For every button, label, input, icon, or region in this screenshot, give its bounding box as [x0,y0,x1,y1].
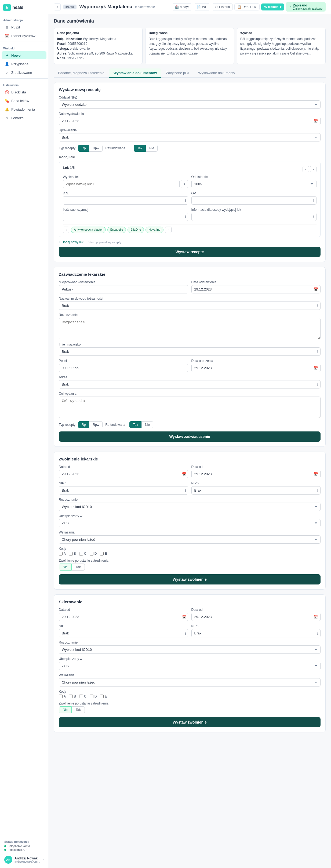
zw-nip2-input[interactable] [191,486,321,495]
sidebar-item-lekarze[interactable]: ⚕ Lekarze [2,114,47,122]
zw-rozpoznanie-select[interactable]: Wybierz kod ICD10 [59,503,321,511]
sk-nip1-input[interactable] [59,629,188,638]
sidebar-item-zrealizowane[interactable]: ✓ Zrealizowane [2,68,47,76]
sk-data-od-input[interactable] [59,613,188,621]
tab-wystawianie[interactable]: Wystawianie dokumentów [109,68,161,78]
tab-zalaczone[interactable]: Załączone pliki [161,68,193,78]
sk-nip2-input[interactable] [191,629,321,638]
sk-ustanie-nie-btn[interactable]: Nie [59,706,72,713]
sidebar-item-planer[interactable]: 📅 Planer dyżurów [2,32,47,40]
miejscowosc-input[interactable] [59,285,188,293]
sk-wskazania-select[interactable]: Chory powinien leżeć [59,678,321,686]
zw-kod-c[interactable]: C [79,552,86,556]
informacja-input[interactable] [191,213,317,221]
use-template-btn[interactable]: Skup poprzednią receptę [89,241,121,244]
nazwa-input[interactable] [59,302,321,310]
zw-kod-a[interactable]: A [59,552,66,556]
odplatnosc-select[interactable]: 100% [191,180,317,188]
sidebar-item-label: Blacklista [11,90,26,94]
refund-zas-tak-btn[interactable]: Tak [129,421,142,428]
grid-icon: ⊞ [5,25,9,29]
data-wystawienia-input[interactable] [59,117,321,125]
sidebar-item-pulpit[interactable]: ⊞ Pulpit [2,23,47,31]
drug-tag-2[interactable]: EllaOne [127,226,144,233]
zw-nip-row: NIP 1 ℹ NIP 2 ℹ [59,482,321,495]
zw-ubezpieczony-select[interactable]: ZUS [59,519,321,527]
zas-data-input[interactable] [191,285,321,293]
refund-tak-btn[interactable]: Tak [134,145,146,152]
sk-kod-b[interactable]: B [69,694,76,698]
typ-zas-rp-btn[interactable]: Rp [78,421,89,428]
pesel-zas-input[interactable] [59,364,188,372]
zw-data-do-group: Data od 📅 [191,465,321,478]
wybierz-lek-label: Wybierz lek [63,175,188,179]
drug-next-btn[interactable]: › [310,166,317,173]
drug-tag-0[interactable]: Antykoncepcja plaster [71,226,106,233]
sk-ustanie-tak-btn[interactable]: Tak [72,706,85,713]
typ-zas-rpw-btn[interactable]: Rpw [89,421,102,428]
sidebar-item-przypisane[interactable]: 👤 Przypisane [2,60,47,68]
drug-tag-1[interactable]: Escapelle [108,226,126,233]
sk-kod-a[interactable]: A [59,694,66,698]
sidebar-item-baza-lekow[interactable]: 💊 Baza leków [2,97,47,105]
zw-data-do-input[interactable] [191,470,321,478]
drug-prev-btn[interactable]: ‹ [303,166,309,173]
uprawnienia-select[interactable]: Brak [59,133,321,142]
zas-data-label: Data wystawienia [191,280,321,284]
refund-zas-nie-btn[interactable]: Nie [142,421,153,428]
add-new-lek-btn[interactable]: + Dodaj nowy lek [59,240,84,244]
typ-rp-btn[interactable]: Rp [78,145,89,152]
adres-zas-input[interactable] [59,380,321,389]
ilosc-input[interactable] [63,213,188,221]
cel-textarea[interactable] [59,397,321,418]
historia-button[interactable]: ⏱ Historia [212,3,233,10]
zw-kod-b[interactable]: B [69,552,76,556]
zw-ustanie-tak-btn[interactable]: Tak [72,563,85,570]
wystaw-recepte-btn[interactable]: Wystaw receptę [59,247,321,257]
user-profile[interactable]: AN Andrzej Nowak andrzejnowak@gmail.com … [3,854,46,865]
sk-kod-d[interactable]: D [90,694,97,698]
sidebar-item-powiadomienia[interactable]: 🔔 Powiadomienia [2,105,47,113]
medyc-button[interactable]: 🏥 Medyc [172,3,192,10]
wystaw-zaswiadczenie-btn[interactable]: Wystaw zaświadczenie [59,431,321,442]
rec-zw-button[interactable]: 📋 Rec. i Zw. [234,3,260,10]
sk-kod-e[interactable]: E [100,694,107,698]
refund-zas-label: Refundowana [105,423,125,427]
drug-scroll-right[interactable]: › [165,226,172,233]
rozpoznanie-zas-textarea[interactable] [59,318,321,339]
typ-rpw-btn[interactable]: Rpw [89,145,102,152]
sk-ubezpieczony-select[interactable]: ZUS [59,662,321,670]
back-button[interactable]: ‹ [54,3,61,10]
drug-scroll-left[interactable]: ‹ [63,226,69,233]
ds-input[interactable] [63,196,188,205]
lek-dropdown-btn[interactable]: ▾ [181,180,188,188]
sk-rozpoznanie-select[interactable]: Wybierz kod ICD10 [59,645,321,654]
sk-data-do-input[interactable] [191,613,321,621]
sk-kod-c[interactable]: C [79,694,86,698]
op-input[interactable] [191,196,317,205]
tab-wystawione[interactable]: Wystawione dokumenty [194,68,239,78]
plus-icon: ✦ [5,53,9,58]
logo[interactable]: h heals [0,0,48,15]
tab-badanie[interactable]: Badanie, diagnoza i zalecenia [54,68,109,78]
zw-ustanie-nie-btn[interactable]: Nie [59,563,72,570]
zw-kod-e[interactable]: E [100,552,107,556]
sidebar-item-blacklista[interactable]: 🚫 Blacklista [2,88,47,96]
zw-wskazania-select[interactable]: Chory powinien leżeć [59,535,321,544]
sidebar-item-nowe[interactable]: ✦ Nowe [2,51,47,59]
status-button[interactable]: W trakcie ▾ [261,3,284,10]
oddzial-select[interactable]: Wybierz oddział [59,100,321,109]
info-icon-sk-nip2: ℹ [317,631,319,636]
zw-nip1-input[interactable] [59,486,188,495]
zw-data-od-group: Data od 📅 [59,465,188,478]
lek-input[interactable] [63,180,180,188]
refund-nie-btn[interactable]: Nie [146,145,158,152]
zw-data-od-input[interactable] [59,470,188,478]
data-ur-input[interactable] [191,364,321,372]
zw-kod-d[interactable]: D [90,552,97,556]
imie-input[interactable] [59,347,321,356]
drug-tag-3[interactable]: Nuvaring [146,226,163,233]
wp-button[interactable]: 📄 WP [194,3,210,10]
wystaw-zwolnienie-btn[interactable]: Wystaw zwolnienie [59,574,321,585]
wystaw-skierowanie-btn[interactable]: Wystaw zwolnienie [59,717,321,727]
